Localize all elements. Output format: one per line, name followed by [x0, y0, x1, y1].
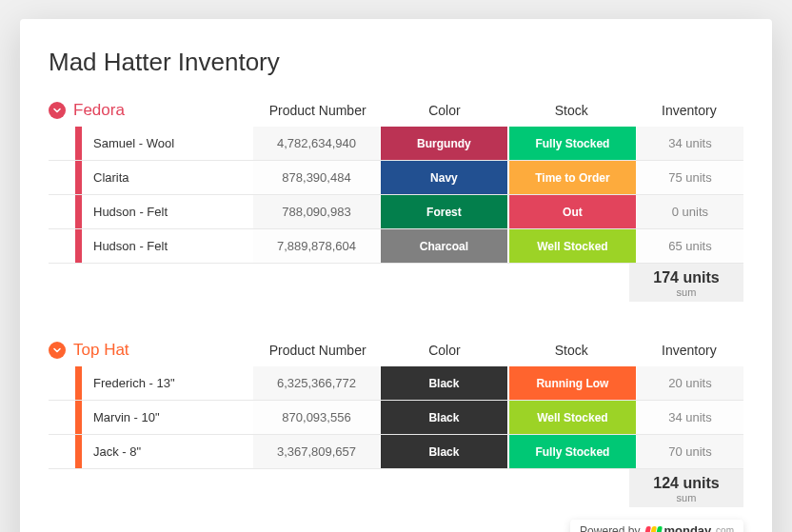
cell-stock[interactable]: Out [509, 195, 636, 228]
group: FedoraProduct NumberColorStockInventoryS… [49, 94, 743, 302]
inventory-summary: 124 unitssum [629, 469, 743, 507]
cell-color[interactable]: Forest [381, 195, 507, 228]
row-accent [75, 161, 82, 194]
column-header-color[interactable]: Color [381, 103, 507, 118]
cell-color[interactable]: Charcoal [381, 229, 507, 263]
table-row[interactable]: Hudson - Felt788,090,983ForestOut0 units [49, 195, 743, 229]
column-header-color[interactable]: Color [381, 343, 507, 358]
table-row[interactable]: Hudson - Felt7,889,878,604CharcoalWell S… [49, 229, 743, 264]
monday-logo: monday.com [645, 523, 734, 532]
cell-color[interactable]: Black [381, 401, 507, 434]
row-name[interactable]: Clarita [93, 161, 253, 194]
row-accent [75, 195, 82, 228]
column-header-stock[interactable]: Stock [508, 103, 635, 118]
cell-stock[interactable]: Well Stocked [509, 401, 636, 434]
column-header-inventory[interactable]: Inventory [635, 343, 743, 358]
row-name[interactable]: Frederich - 13" [93, 366, 253, 400]
summary-row: 174 unitssum [49, 264, 743, 302]
cell-inventory[interactable]: 0 units [637, 195, 743, 228]
cell-stock[interactable]: Fully Stocked [509, 435, 636, 468]
row-accent [75, 435, 82, 468]
row-accent [75, 366, 82, 400]
powered-by-label: Powered by [580, 524, 640, 533]
row-accent [75, 401, 82, 434]
summary-label: sum [629, 286, 743, 298]
row-name[interactable]: Jack - 8" [93, 435, 253, 468]
table-row[interactable]: Marvin - 10"870,093,556BlackWell Stocked… [49, 401, 743, 435]
group-title[interactable]: Fedora [73, 101, 254, 120]
group-title[interactable]: Top Hat [73, 341, 254, 360]
groups-container: FedoraProduct NumberColorStockInventoryS… [49, 94, 743, 507]
cell-stock[interactable]: Fully Stocked [509, 127, 636, 160]
page-title: Mad Hatter Inventory [49, 48, 743, 77]
column-header-inventory[interactable]: Inventory [635, 103, 743, 118]
summary-row: 124 unitssum [49, 469, 743, 507]
row-name[interactable]: Marvin - 10" [93, 401, 253, 434]
cell-color[interactable]: Burgundy [381, 127, 507, 160]
row-accent [75, 127, 82, 160]
cell-inventory[interactable]: 75 units [637, 161, 743, 194]
table-row[interactable]: Frederich - 13"6,325,366,772BlackRunning… [49, 366, 743, 401]
cell-stock[interactable]: Running Low [509, 366, 636, 400]
collapse-chevron-icon[interactable] [49, 102, 66, 119]
cell-inventory[interactable]: 70 units [637, 435, 743, 468]
group: Top HatProduct NumberColorStockInventory… [49, 334, 743, 507]
row-name[interactable]: Samuel - Wool [93, 127, 253, 160]
table-row[interactable]: Samuel - Wool4,782,634,940BurgundyFully … [49, 127, 743, 161]
table-row[interactable]: Jack - 8"3,367,809,657BlackFully Stocked… [49, 435, 743, 469]
row-name[interactable]: Hudson - Felt [93, 195, 253, 228]
cell-inventory[interactable]: 34 units [637, 401, 743, 434]
inventory-summary: 174 unitssum [629, 264, 743, 302]
cell-stock[interactable]: Well Stocked [509, 229, 636, 263]
powered-by-badge[interactable]: Powered by monday.com [570, 520, 743, 532]
cell-color[interactable]: Black [381, 435, 507, 468]
row-name[interactable]: Hudson - Felt [93, 229, 253, 263]
cell-product-number[interactable]: 870,093,556 [253, 401, 380, 434]
cell-inventory[interactable]: 65 units [637, 229, 743, 263]
group-header: FedoraProduct NumberColorStockInventory [49, 94, 743, 127]
cell-product-number[interactable]: 7,889,878,604 [253, 229, 380, 263]
table-row[interactable]: Clarita878,390,484NavyTime to Order75 un… [49, 161, 743, 195]
column-header-product_number[interactable]: Product Number [254, 103, 381, 118]
cell-color[interactable]: Navy [381, 161, 507, 194]
cell-product-number[interactable]: 788,090,983 [253, 195, 380, 228]
summary-value: 174 units [629, 269, 743, 286]
cell-product-number[interactable]: 4,782,634,940 [253, 127, 380, 160]
cell-product-number[interactable]: 6,325,366,772 [253, 366, 380, 400]
summary-value: 124 units [629, 475, 743, 492]
cell-color[interactable]: Black [381, 366, 507, 400]
column-header-stock[interactable]: Stock [508, 343, 635, 358]
cell-product-number[interactable]: 878,390,484 [253, 161, 380, 194]
collapse-chevron-icon[interactable] [49, 342, 66, 359]
row-accent [75, 229, 82, 263]
cell-product-number[interactable]: 3,367,809,657 [253, 435, 380, 468]
column-header-product_number[interactable]: Product Number [254, 343, 381, 358]
summary-label: sum [629, 492, 743, 503]
group-header: Top HatProduct NumberColorStockInventory [49, 334, 743, 366]
cell-inventory[interactable]: 34 units [637, 127, 743, 160]
cell-stock[interactable]: Time to Order [509, 161, 636, 194]
cell-inventory[interactable]: 20 units [637, 366, 743, 400]
board-card: Mad Hatter Inventory FedoraProduct Numbe… [20, 19, 772, 532]
